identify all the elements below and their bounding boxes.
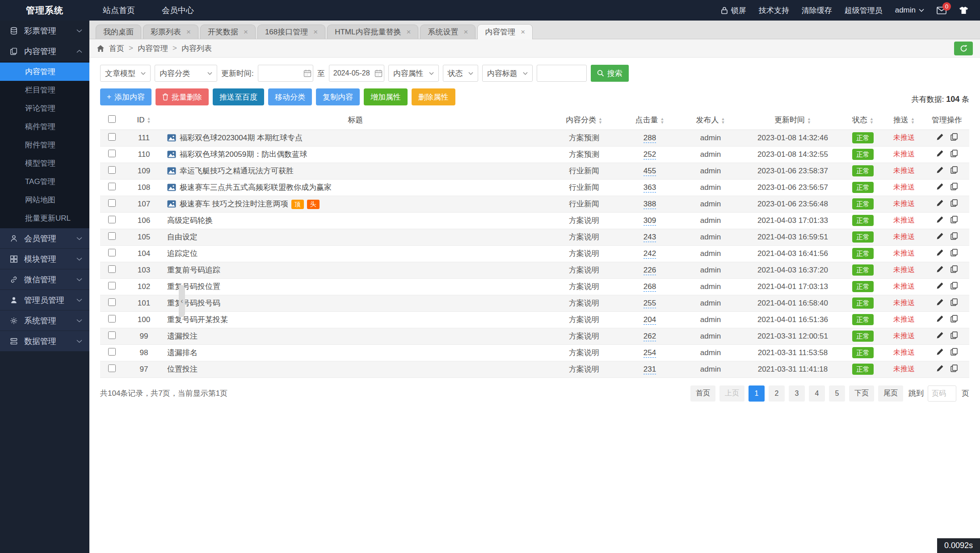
row-clicks-link[interactable]: 262 (644, 332, 656, 341)
push-status[interactable]: 未推送 (893, 183, 915, 191)
push-status[interactable]: 未推送 (893, 233, 915, 240)
row-checkbox[interactable] (108, 166, 116, 174)
content-category-select[interactable]: 内容分类 (155, 65, 217, 82)
sidebar-group-content[interactable]: 内容管理 (0, 41, 89, 62)
edit-icon[interactable] (936, 183, 944, 190)
push-status[interactable]: 未推送 (893, 315, 915, 323)
sidebar-item-comment-manage[interactable]: 评论管理 (0, 99, 89, 117)
content-title-select[interactable]: 内容标题 (482, 65, 533, 82)
row-title-link[interactable]: 极速赛车 技巧之投注时注意两项 (180, 200, 288, 208)
row-title-link[interactable]: 福彩双色球2023004期 本期红球专点 (180, 134, 303, 142)
sidebar-group-member[interactable]: 会员管理 (0, 228, 89, 249)
edit-icon[interactable] (936, 249, 944, 256)
push-status[interactable]: 未推送 (893, 365, 915, 373)
header-publisher[interactable]: 发布人▲▼ (678, 111, 743, 130)
sort-icon[interactable]: ▲▼ (807, 117, 811, 124)
header-category[interactable]: 内容分类▲▼ (547, 111, 622, 130)
status-badge[interactable]: 正常 (852, 248, 874, 259)
edit-icon[interactable] (936, 315, 944, 323)
status-badge[interactable]: 正常 (852, 347, 874, 358)
push-baidu-button[interactable]: 推送至百度 (213, 88, 264, 105)
move-category-button[interactable]: 移动分类 (268, 88, 312, 105)
row-clicks-link[interactable]: 309 (644, 216, 656, 226)
copy-icon[interactable] (951, 364, 958, 372)
edit-icon[interactable] (936, 348, 944, 356)
row-title-link[interactable]: 重复号码投位置 (167, 282, 220, 291)
push-status[interactable]: 未推送 (893, 282, 915, 290)
next-page-button[interactable]: 下页 (849, 385, 874, 402)
sort-icon[interactable]: ▲▼ (147, 117, 151, 124)
edit-icon[interactable] (936, 298, 944, 306)
tab-lottery-list[interactable]: 彩票列表 × (143, 25, 198, 39)
edit-icon[interactable] (936, 364, 944, 372)
clear-cache-button[interactable]: 清除缓存 (802, 5, 832, 16)
sort-icon[interactable]: ▲▼ (660, 117, 665, 124)
sidebar-collapse-handle[interactable]: ‹ (179, 285, 185, 317)
content-attr-select[interactable]: 内容属性 (388, 65, 439, 82)
row-clicks-link[interactable]: 388 (644, 200, 656, 209)
copy-icon[interactable] (951, 216, 958, 223)
edit-icon[interactable] (936, 216, 944, 223)
delete-attr-button[interactable]: 删除属性 (412, 88, 455, 105)
row-clicks-link[interactable]: 255 (644, 299, 656, 308)
row-clicks-link[interactable]: 242 (644, 249, 656, 259)
row-title-link[interactable]: 重复号码投号码 (167, 299, 220, 307)
page-button-2[interactable]: 2 (769, 385, 785, 402)
row-checkbox[interactable] (108, 282, 116, 289)
status-badge[interactable]: 正常 (852, 149, 874, 160)
date-from-input[interactable] (262, 69, 301, 77)
copy-icon[interactable] (951, 348, 958, 356)
sort-icon[interactable]: ▲▼ (911, 117, 915, 124)
row-clicks-link[interactable]: 288 (644, 134, 656, 143)
row-title-link[interactable]: 福彩双色球第20059期：防出偶数蓝球 (180, 150, 307, 159)
edit-icon[interactable] (936, 282, 944, 289)
header-status[interactable]: 状态▲▼ (842, 111, 883, 130)
theme-button[interactable] (959, 6, 968, 14)
tab-content-manage[interactable]: 内容管理 × (477, 24, 533, 39)
push-status[interactable]: 未推送 (893, 249, 915, 257)
copy-icon[interactable] (951, 232, 958, 240)
prev-page-button[interactable]: 上页 (719, 385, 744, 402)
row-title-link[interactable]: 遗漏排名 (167, 348, 198, 357)
close-icon[interactable]: × (313, 28, 318, 37)
status-badge[interactable]: 正常 (852, 264, 874, 276)
page-button-1[interactable]: 1 (749, 385, 765, 402)
row-checkbox[interactable] (108, 364, 116, 372)
row-checkbox[interactable] (108, 150, 116, 157)
page-button-3[interactable]: 3 (789, 385, 805, 402)
edit-icon[interactable] (936, 265, 944, 273)
close-icon[interactable]: × (186, 28, 191, 37)
row-title-link[interactable]: 遗漏投注 (167, 332, 198, 340)
tab-168-api[interactable]: 168接口管理 × (257, 25, 325, 39)
header-id[interactable]: ID▲▼ (123, 111, 164, 130)
status-badge[interactable]: 正常 (852, 331, 874, 342)
user-menu[interactable]: admin (895, 6, 924, 15)
status-badge[interactable]: 正常 (852, 215, 874, 226)
push-status[interactable]: 未推送 (893, 200, 915, 207)
row-clicks-link[interactable]: 363 (644, 183, 656, 193)
push-status[interactable]: 未推送 (893, 332, 915, 339)
page-button-4[interactable]: 4 (809, 385, 825, 402)
row-clicks-link[interactable]: 243 (644, 233, 656, 242)
status-badge[interactable]: 正常 (852, 297, 874, 309)
date-from-field[interactable] (258, 65, 313, 82)
status-select[interactable]: 状态 (443, 65, 478, 82)
breadcrumb-content-list[interactable]: 内容列表 (181, 43, 212, 54)
nav-member-center[interactable]: 会员中心 (148, 0, 207, 21)
row-clicks-link[interactable]: 268 (644, 282, 656, 292)
copy-icon[interactable] (951, 249, 958, 256)
row-checkbox[interactable] (108, 265, 116, 273)
copy-icon[interactable] (951, 183, 958, 190)
copy-icon[interactable] (951, 315, 958, 323)
row-title-link[interactable]: 高级定码轮换 (167, 216, 213, 225)
status-badge[interactable]: 正常 (852, 314, 874, 325)
row-checkbox[interactable] (108, 331, 116, 339)
sidebar-item-attachment-manage[interactable]: 附件管理 (0, 136, 89, 154)
row-clicks-link[interactable]: 204 (644, 315, 656, 325)
status-badge[interactable]: 正常 (852, 182, 874, 193)
row-checkbox[interactable] (108, 199, 116, 207)
push-status[interactable]: 未推送 (893, 299, 915, 306)
sidebar-group-wechat[interactable]: 微信管理 (0, 269, 89, 290)
row-checkbox[interactable] (108, 298, 116, 306)
close-icon[interactable]: × (244, 28, 248, 37)
